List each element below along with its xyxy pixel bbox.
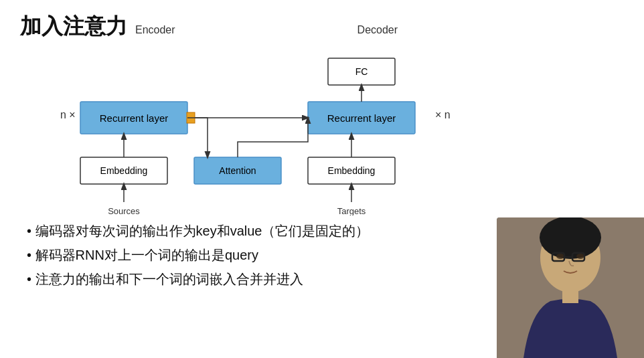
person-overlay [497,217,644,358]
svg-text:Targets: Targets [337,206,366,215]
svg-point-26 [556,254,564,259]
svg-text:Attention: Attention [219,165,256,176]
svg-point-25 [540,217,601,259]
person-silhouette [497,217,644,358]
svg-text:Embedding: Embedding [328,165,376,176]
encoder-label: Encoder [135,24,175,36]
svg-text:Recurrent layer: Recurrent layer [327,112,396,124]
title-chinese: 加入注意力 [20,12,127,41]
svg-text:× n: × n [435,109,451,120]
diagram-svg: n × × n Recurrent layer Recurrent layer … [20,48,502,215]
svg-text:n ×: n × [60,109,76,120]
diagram-area: n × × n Recurrent layer Recurrent layer … [20,48,502,215]
svg-text:Sources: Sources [108,206,140,215]
svg-text:FC: FC [355,66,368,77]
svg-rect-31 [562,290,578,303]
decoder-label: Decoder [357,24,398,36]
title-area: 加入注意力 Encoder Decoder [20,12,624,41]
svg-text:Recurrent layer: Recurrent layer [100,112,169,124]
slide: 加入注意力 Encoder Decoder n × × n Recurrent … [0,0,644,358]
svg-point-27 [576,254,584,259]
svg-text:Embedding: Embedding [100,165,148,176]
